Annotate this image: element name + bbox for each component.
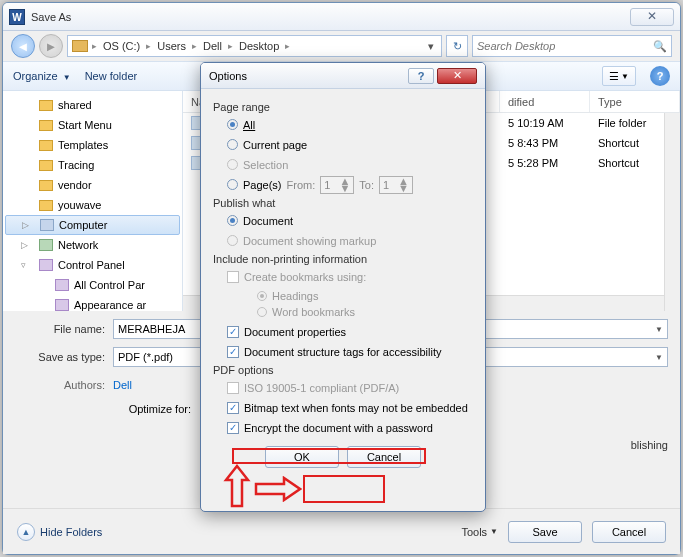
control-panel-icon bbox=[55, 299, 69, 311]
selection-radio: Selection bbox=[227, 156, 473, 173]
tree-item-startmenu[interactable]: Start Menu bbox=[3, 115, 182, 135]
network-icon bbox=[39, 239, 53, 251]
chevron-up-icon: ▲ bbox=[17, 523, 35, 541]
dialog-cancel-button[interactable]: Cancel bbox=[347, 446, 421, 468]
authors-value[interactable]: Dell bbox=[113, 379, 132, 391]
radio-icon bbox=[227, 139, 238, 150]
collapse-icon[interactable]: ▿ bbox=[21, 260, 26, 270]
pages-radio[interactable]: Page(s) From: 1▲▼ To: 1▲▼ bbox=[227, 176, 473, 193]
refresh-button[interactable]: ↻ bbox=[446, 35, 468, 57]
dialog-close-button[interactable]: ✕ bbox=[437, 68, 477, 84]
chevron-icon: ▸ bbox=[144, 41, 153, 51]
dialog-help-button[interactable]: ? bbox=[408, 68, 434, 84]
encrypt-checkbox[interactable]: Encrypt the document with a password bbox=[227, 419, 473, 436]
savetype-label: Save as type: bbox=[15, 351, 113, 363]
chevron-down-icon: ▼ bbox=[63, 73, 71, 82]
expand-icon[interactable]: ▷ bbox=[21, 240, 28, 250]
current-page-radio[interactable]: Current page bbox=[227, 136, 473, 153]
crumb-dell[interactable]: Dell bbox=[201, 40, 224, 52]
breadcrumb[interactable]: ▸ OS (C:) ▸ Users ▸ Dell ▸ Desktop ▸ ▾ bbox=[67, 35, 442, 57]
tree-item-youwave[interactable]: youwave bbox=[3, 195, 182, 215]
crumb-desktop[interactable]: Desktop bbox=[237, 40, 281, 52]
tools-dropdown[interactable]: Tools▼ bbox=[461, 526, 498, 538]
folder-icon bbox=[39, 180, 53, 191]
to-spinner[interactable]: 1▲▼ bbox=[379, 176, 413, 194]
checkbox-icon bbox=[227, 346, 239, 358]
markup-radio: Document showing markup bbox=[227, 232, 473, 249]
expand-icon[interactable]: ▷ bbox=[22, 220, 29, 230]
radio-icon bbox=[227, 119, 238, 130]
crumb-os[interactable]: OS (C:) bbox=[101, 40, 142, 52]
publish-what-group: Publish what bbox=[213, 197, 473, 209]
drive-icon bbox=[72, 40, 88, 52]
nav-tree[interactable]: shared Start Menu Templates Tracing vend… bbox=[3, 91, 183, 311]
checkbox-icon bbox=[227, 422, 239, 434]
window-title: Save As bbox=[31, 11, 71, 23]
all-radio[interactable]: All bbox=[227, 116, 473, 133]
save-button[interactable]: Save bbox=[508, 521, 582, 543]
tags-checkbox[interactable]: Document structure tags for accessibilit… bbox=[227, 343, 473, 360]
control-panel-icon bbox=[55, 279, 69, 291]
folder-icon bbox=[39, 200, 53, 211]
document-radio[interactable]: Document bbox=[227, 212, 473, 229]
tree-item-tracing[interactable]: Tracing bbox=[3, 155, 182, 175]
search-input[interactable] bbox=[477, 40, 653, 52]
tree-item-templates[interactable]: Templates bbox=[3, 135, 182, 155]
folder-icon bbox=[39, 140, 53, 151]
tree-item-vendor[interactable]: vendor bbox=[3, 175, 182, 195]
checkbox-icon bbox=[227, 271, 239, 283]
folder-icon bbox=[39, 120, 53, 131]
radio-icon bbox=[227, 179, 238, 190]
nav-back-button[interactable]: ◄ bbox=[11, 34, 35, 58]
breadcrumb-dropdown-icon[interactable]: ▾ bbox=[425, 40, 437, 53]
nav-forward-button[interactable]: ► bbox=[39, 34, 63, 58]
chevron-down-icon[interactable]: ▼ bbox=[655, 325, 663, 334]
chevron-icon: ▸ bbox=[190, 41, 199, 51]
options-dialog: Options ? ✕ Page range All Current page … bbox=[200, 62, 486, 512]
open-after-text: blishing bbox=[631, 439, 668, 451]
window-close-button[interactable]: ✕ bbox=[630, 8, 674, 26]
control-panel-icon bbox=[39, 259, 53, 271]
chevron-icon: ▸ bbox=[226, 41, 235, 51]
bottom-bar: ▲ Hide Folders Tools▼ Save Cancel bbox=[3, 508, 680, 554]
bookmarks-checkbox: Create bookmarks using: bbox=[227, 268, 473, 285]
col-modified[interactable]: dified bbox=[500, 91, 590, 112]
titlebar: W Save As ✕ bbox=[3, 3, 680, 31]
crumb-users[interactable]: Users bbox=[155, 40, 188, 52]
computer-icon bbox=[40, 219, 54, 231]
iso-checkbox: ISO 19005-1 compliant (PDF/A) bbox=[227, 379, 473, 396]
new-folder-button[interactable]: New folder bbox=[85, 70, 138, 82]
hide-folders-button[interactable]: ▲ Hide Folders bbox=[17, 523, 102, 541]
help-button[interactable]: ? bbox=[650, 66, 670, 86]
bitmap-checkbox[interactable]: Bitmap text when fonts may not be embedd… bbox=[227, 399, 473, 416]
optimize-label: Optimize for: bbox=[121, 403, 191, 453]
tree-item-appearance[interactable]: Appearance ar bbox=[3, 295, 182, 311]
chevron-down-icon[interactable]: ▼ bbox=[655, 353, 663, 362]
pdf-options-group: PDF options bbox=[213, 364, 473, 376]
checkbox-icon bbox=[227, 382, 239, 394]
view-mode-button[interactable]: ☰▼ bbox=[602, 66, 636, 86]
from-spinner[interactable]: 1▲▼ bbox=[320, 176, 354, 194]
tree-item-controlpanel[interactable]: ▿Control Panel bbox=[3, 255, 182, 275]
chevron-down-icon: ▼ bbox=[490, 527, 498, 536]
vertical-scrollbar[interactable] bbox=[664, 113, 680, 311]
cancel-button[interactable]: Cancel bbox=[592, 521, 666, 543]
search-box[interactable]: 🔍 bbox=[472, 35, 672, 57]
nonprinting-group: Include non-printing information bbox=[213, 253, 473, 265]
tree-item-computer[interactable]: ▷Computer bbox=[5, 215, 180, 235]
page-range-group: Page range bbox=[213, 101, 473, 113]
folder-icon bbox=[39, 100, 53, 111]
ok-button[interactable]: OK bbox=[265, 446, 339, 468]
headings-radio: Headings bbox=[257, 288, 473, 304]
dialog-title: Options bbox=[209, 70, 247, 82]
col-type[interactable]: Type bbox=[590, 91, 680, 112]
word-icon: W bbox=[9, 9, 25, 25]
dialog-titlebar: Options ? ✕ bbox=[201, 63, 485, 89]
docprops-checkbox[interactable]: Document properties bbox=[227, 323, 473, 340]
authors-label: Authors: bbox=[15, 379, 113, 391]
word-bookmarks-radio: Word bookmarks bbox=[257, 304, 473, 320]
tree-item-shared[interactable]: shared bbox=[3, 95, 182, 115]
tree-item-allcontrolpanel[interactable]: All Control Par bbox=[3, 275, 182, 295]
organize-button[interactable]: Organize ▼ bbox=[13, 70, 71, 82]
tree-item-network[interactable]: ▷Network bbox=[3, 235, 182, 255]
